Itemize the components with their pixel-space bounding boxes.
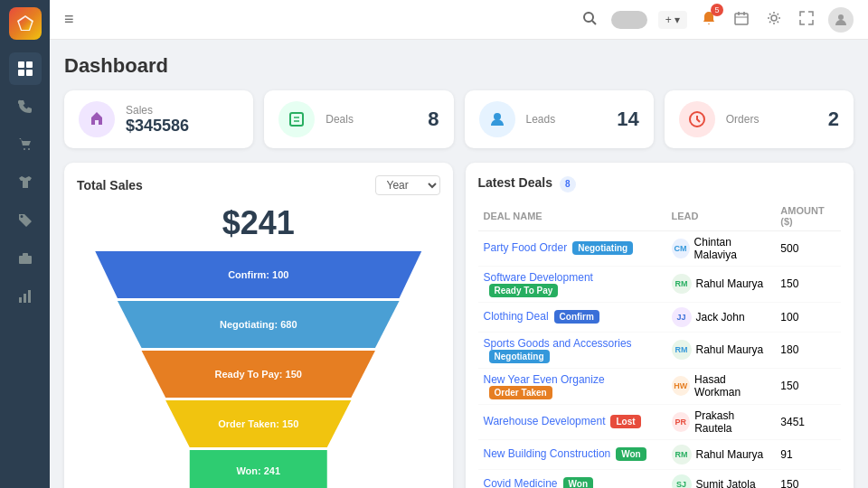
deal-name-cell: Software DevelopmentReady To Pay: [478, 266, 666, 302]
user-avatar[interactable]: [828, 7, 854, 33]
svg-rect-20: [290, 113, 303, 126]
add-button[interactable]: + ▾: [658, 11, 687, 29]
menu-button[interactable]: ≡: [64, 10, 74, 29]
table-row: New Building ConstructionWonRMRahul Maur…: [478, 439, 842, 469]
lead-name: Rahul Maurya: [696, 277, 764, 290]
lead-avatar: SJ: [672, 474, 692, 489]
total-sales-period-select[interactable]: YearMonthWeekDay: [375, 175, 440, 195]
deal-amount: 180: [775, 332, 841, 368]
notification-bell[interactable]: 5: [698, 7, 720, 33]
deal-amount: 150: [775, 266, 841, 302]
calendar-icon[interactable]: [731, 7, 752, 33]
orders-info: Orders: [726, 113, 817, 126]
stat-card-leads[interactable]: Leads 14: [465, 90, 654, 148]
svg-line-13: [592, 21, 596, 24]
deal-name-link[interactable]: Clothing Deal: [484, 310, 549, 323]
svg-rect-10: [24, 294, 26, 303]
svg-point-7: [28, 148, 30, 150]
status-badge: Won: [563, 477, 593, 488]
deal-name-link[interactable]: New Building Construction: [484, 447, 611, 460]
deal-name-link[interactable]: New Year Even Organize: [484, 373, 605, 386]
deals-info: Deals: [326, 113, 417, 126]
total-sales-amount: $241: [77, 204, 440, 242]
lead-name: Sumit Jatola: [696, 478, 756, 489]
stat-card-sales[interactable]: Sales $345586: [64, 90, 253, 148]
deal-name-cell: Clothing DealConfirm: [478, 302, 666, 332]
table-row: Party Food OrderNegotiatingCMChintan Mal…: [478, 230, 842, 266]
total-sales-title: Total Sales: [77, 178, 143, 192]
deal-name-cell: Party Food OrderNegotiating: [478, 230, 666, 266]
deal-name-cell: Covid MedicineWon: [478, 469, 666, 488]
deal-amount: 150: [775, 368, 841, 404]
svg-point-23: [494, 113, 501, 120]
orders-label: Orders: [726, 113, 817, 126]
stat-card-deals[interactable]: Deals 8: [264, 90, 453, 148]
sidebar: [0, 0, 50, 488]
svg-point-6: [24, 148, 25, 150]
table-row: Warehouse DevelopmentLostPRPrakash Raute…: [478, 404, 842, 439]
deal-amount: 100: [775, 302, 841, 332]
svg-rect-11: [28, 290, 31, 303]
status-badge: Order Taken: [489, 386, 552, 399]
stat-card-orders[interactable]: Orders 2: [665, 90, 854, 148]
sales-label: Sales: [126, 104, 239, 117]
topbar: ≡ + ▾ 5: [50, 0, 868, 40]
lead-name: Jack John: [696, 311, 745, 324]
status-badge: Won: [616, 447, 646, 461]
sidebar-item-briefcase[interactable]: [9, 242, 42, 275]
stat-cards: Sales $345586 Deals 8: [64, 90, 854, 148]
sidebar-item-cart[interactable]: [9, 128, 42, 161]
status-badge: Confirm: [554, 310, 599, 324]
deal-name-link[interactable]: Covid Medicine: [484, 477, 558, 488]
funnel-segment-0: Confirm: 100: [87, 251, 430, 298]
lead-cell: HWHasad Workman: [666, 368, 776, 404]
theme-toggle[interactable]: [611, 11, 647, 29]
deals-count: 8: [428, 108, 439, 131]
lead-cell: RMRahul Maurya: [666, 332, 776, 368]
latest-deals-count: 8: [560, 176, 576, 192]
deal-amount: 500: [775, 230, 841, 266]
sidebar-item-phone[interactable]: [9, 90, 42, 123]
lead-cell: SJSumit Jatola: [666, 469, 776, 488]
table-row: Software DevelopmentReady To PayRMRahul …: [478, 266, 842, 302]
lead-name: Prakash Rautela: [694, 409, 769, 435]
fullscreen-icon[interactable]: [796, 7, 817, 33]
total-sales-panel: Total Sales YearMonthWeekDay $241 Confir…: [64, 163, 453, 488]
settings-icon[interactable]: [763, 7, 785, 33]
svg-rect-8: [19, 256, 32, 264]
lead-avatar: CM: [672, 239, 690, 258]
lead-avatar: PR: [672, 412, 691, 432]
deal-name-link[interactable]: Sports Goods and Accessories: [484, 337, 632, 350]
funnel-segment-4: Won: 241: [87, 450, 430, 488]
funnel-chart: Confirm: 100Negotiating: 680Ready To Pay…: [77, 251, 440, 488]
deal-name-link[interactable]: Software Development: [484, 271, 593, 284]
sidebar-item-shirt[interactable]: [9, 166, 42, 199]
deal-name-cell: New Year Even OrganizeOrder Taken: [478, 368, 666, 404]
search-icon[interactable]: [579, 7, 600, 33]
svg-point-18: [771, 15, 777, 21]
lead-name: Chintan Malaviya: [694, 236, 770, 261]
deal-name-link[interactable]: Party Food Order: [484, 241, 568, 254]
deal-name-link[interactable]: Warehouse Development: [484, 415, 606, 427]
lead-cell: RMRahul Maurya: [666, 439, 776, 469]
funnel-segment-1: Negotiating: 680: [87, 301, 430, 348]
table-row: Clothing DealConfirmJJJack John100: [478, 302, 842, 332]
svg-rect-2: [18, 61, 24, 68]
table-row: New Year Even OrganizeOrder TakenHWHasad…: [478, 368, 842, 404]
deal-amount: 150: [775, 469, 841, 488]
sidebar-item-dashboard[interactable]: [9, 52, 42, 85]
content-area: Dashboard Sales $345586: [50, 40, 868, 488]
table-row: Covid MedicineWonSJSumit Jatola150: [478, 469, 842, 488]
lead-avatar: RM: [672, 340, 692, 360]
deals-icon: [278, 101, 315, 137]
status-badge: Ready To Pay: [489, 284, 559, 297]
latest-deals-header: Latest Deals 8: [478, 175, 842, 192]
app-logo[interactable]: [9, 7, 42, 40]
sidebar-item-chart[interactable]: [9, 280, 42, 313]
sidebar-item-tag[interactable]: [9, 204, 42, 237]
leads-icon: [479, 101, 515, 137]
deal-name-cell: New Building ConstructionWon: [478, 439, 666, 469]
status-badge: Lost: [610, 415, 640, 428]
status-badge: Negotiating: [572, 241, 633, 255]
latest-deals-title: Latest Deals 8: [478, 175, 576, 192]
